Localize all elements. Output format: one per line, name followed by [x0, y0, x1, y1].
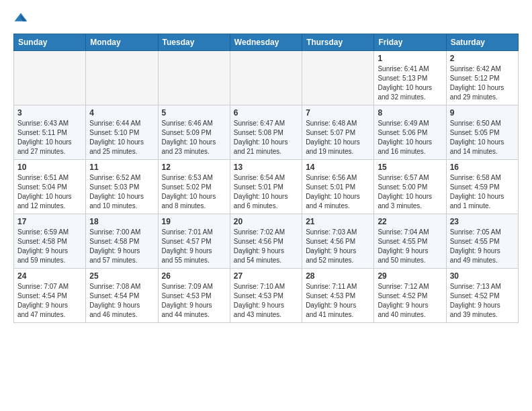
day-number: 25	[89, 271, 154, 281]
day-info: Sunrise: 7:10 AMSunset: 4:53 PMDaylight:…	[234, 282, 298, 320]
calendar-day-header: Thursday	[302, 34, 374, 51]
day-info: Sunrise: 6:59 AMSunset: 4:58 PMDaylight:…	[17, 228, 82, 265]
calendar-cell	[86, 51, 158, 105]
day-info: Sunrise: 6:43 AMSunset: 5:11 PMDaylight:…	[17, 119, 82, 156]
calendar-cell: 13Sunrise: 6:54 AMSunset: 5:01 PMDayligh…	[230, 160, 302, 214]
calendar-cell: 14Sunrise: 6:56 AMSunset: 5:01 PMDayligh…	[302, 160, 374, 214]
calendar-cell: 15Sunrise: 6:57 AMSunset: 5:00 PMDayligh…	[374, 160, 446, 214]
day-info: Sunrise: 6:58 AMSunset: 4:59 PMDaylight:…	[450, 173, 515, 211]
calendar-cell	[230, 51, 302, 105]
day-number: 21	[306, 217, 370, 226]
day-number: 29	[378, 271, 442, 281]
calendar-cell: 1Sunrise: 6:41 AMSunset: 5:13 PMDaylight…	[374, 51, 446, 105]
day-info: Sunrise: 6:48 AMSunset: 5:07 PMDaylight:…	[306, 119, 370, 156]
calendar-cell	[14, 51, 86, 105]
day-info: Sunrise: 6:57 AMSunset: 5:00 PMDaylight:…	[378, 173, 442, 211]
calendar-day-header: Saturday	[446, 34, 518, 51]
calendar-table: SundayMondayTuesdayWednesdayThursdayFrid…	[13, 34, 519, 323]
calendar-cell: 2Sunrise: 6:42 AMSunset: 5:12 PMDaylight…	[446, 51, 518, 105]
calendar-cell: 5Sunrise: 6:46 AMSunset: 5:09 PMDaylight…	[158, 105, 230, 160]
day-number: 22	[378, 217, 442, 226]
day-info: Sunrise: 6:49 AMSunset: 5:06 PMDaylight:…	[378, 119, 442, 156]
day-number: 18	[89, 217, 154, 226]
day-number: 23	[450, 217, 515, 226]
calendar-cell	[158, 51, 230, 105]
calendar-cell: 29Sunrise: 7:12 AMSunset: 4:52 PMDayligh…	[374, 269, 446, 323]
calendar-day-header: Wednesday	[230, 34, 302, 51]
logo	[13, 11, 30, 26]
day-number: 12	[162, 163, 226, 172]
day-number: 5	[162, 108, 226, 118]
calendar-week-row: 3Sunrise: 6:43 AMSunset: 5:11 PMDaylight…	[14, 105, 519, 160]
calendar-cell: 17Sunrise: 6:59 AMSunset: 4:58 PMDayligh…	[14, 214, 86, 269]
calendar-cell: 6Sunrise: 6:47 AMSunset: 5:08 PMDaylight…	[230, 105, 302, 160]
day-number: 11	[89, 163, 154, 172]
calendar-cell: 25Sunrise: 7:08 AMSunset: 4:54 PMDayligh…	[86, 269, 158, 323]
calendar-cell: 20Sunrise: 7:02 AMSunset: 4:56 PMDayligh…	[230, 214, 302, 269]
day-number: 15	[378, 163, 442, 172]
day-number: 17	[17, 217, 82, 226]
day-info: Sunrise: 6:54 AMSunset: 5:01 PMDaylight:…	[234, 173, 298, 211]
calendar-day-header: Monday	[86, 34, 158, 51]
day-info: Sunrise: 7:01 AMSunset: 4:57 PMDaylight:…	[162, 228, 226, 265]
calendar-day-header: Sunday	[14, 34, 86, 51]
logo-icon	[13, 11, 28, 26]
day-number: 19	[162, 217, 226, 226]
calendar-day-header: Tuesday	[158, 34, 230, 51]
calendar-cell: 30Sunrise: 7:13 AMSunset: 4:52 PMDayligh…	[446, 269, 518, 323]
calendar-cell: 9Sunrise: 6:50 AMSunset: 5:05 PMDaylight…	[446, 105, 518, 160]
calendar-cell: 12Sunrise: 6:53 AMSunset: 5:02 PMDayligh…	[158, 160, 230, 214]
calendar-day-header: Friday	[374, 34, 446, 51]
calendar-cell: 4Sunrise: 6:44 AMSunset: 5:10 PMDaylight…	[86, 105, 158, 160]
day-info: Sunrise: 7:02 AMSunset: 4:56 PMDaylight:…	[234, 228, 298, 265]
day-info: Sunrise: 7:09 AMSunset: 4:53 PMDaylight:…	[162, 282, 226, 320]
day-info: Sunrise: 6:50 AMSunset: 5:05 PMDaylight:…	[450, 119, 515, 156]
day-info: Sunrise: 7:08 AMSunset: 4:54 PMDaylight:…	[89, 282, 154, 320]
day-number: 8	[378, 108, 442, 118]
day-info: Sunrise: 7:00 AMSunset: 4:58 PMDaylight:…	[89, 228, 154, 265]
calendar-cell: 16Sunrise: 6:58 AMSunset: 4:59 PMDayligh…	[446, 160, 518, 214]
calendar-cell: 22Sunrise: 7:04 AMSunset: 4:55 PMDayligh…	[374, 214, 446, 269]
calendar-cell: 24Sunrise: 7:07 AMSunset: 4:54 PMDayligh…	[14, 269, 86, 323]
calendar-week-row: 24Sunrise: 7:07 AMSunset: 4:54 PMDayligh…	[14, 269, 519, 323]
calendar-week-row: 1Sunrise: 6:41 AMSunset: 5:13 PMDaylight…	[14, 51, 519, 105]
calendar-cell	[302, 51, 374, 105]
calendar-cell: 3Sunrise: 6:43 AMSunset: 5:11 PMDaylight…	[14, 105, 86, 160]
day-info: Sunrise: 7:13 AMSunset: 4:52 PMDaylight:…	[450, 282, 515, 320]
day-info: Sunrise: 7:11 AMSunset: 4:53 PMDaylight:…	[306, 282, 370, 320]
day-number: 20	[234, 217, 298, 226]
calendar-cell: 23Sunrise: 7:05 AMSunset: 4:55 PMDayligh…	[446, 214, 518, 269]
day-number: 14	[306, 163, 370, 172]
day-info: Sunrise: 6:52 AMSunset: 5:03 PMDaylight:…	[89, 173, 154, 211]
calendar-cell: 26Sunrise: 7:09 AMSunset: 4:53 PMDayligh…	[158, 269, 230, 323]
day-info: Sunrise: 6:51 AMSunset: 5:04 PMDaylight:…	[17, 173, 82, 211]
day-info: Sunrise: 7:04 AMSunset: 4:55 PMDaylight:…	[378, 228, 442, 265]
calendar-cell: 27Sunrise: 7:10 AMSunset: 4:53 PMDayligh…	[230, 269, 302, 323]
calendar-cell: 19Sunrise: 7:01 AMSunset: 4:57 PMDayligh…	[158, 214, 230, 269]
calendar-week-row: 10Sunrise: 6:51 AMSunset: 5:04 PMDayligh…	[14, 160, 519, 214]
day-number: 16	[450, 163, 515, 172]
day-info: Sunrise: 7:03 AMSunset: 4:56 PMDaylight:…	[306, 228, 370, 265]
calendar-cell: 8Sunrise: 6:49 AMSunset: 5:06 PMDaylight…	[374, 105, 446, 160]
day-number: 27	[234, 271, 298, 281]
day-number: 30	[450, 271, 515, 281]
day-info: Sunrise: 6:47 AMSunset: 5:08 PMDaylight:…	[234, 119, 298, 156]
calendar-header-row: SundayMondayTuesdayWednesdayThursdayFrid…	[14, 34, 519, 51]
day-number: 10	[17, 163, 82, 172]
calendar-cell: 7Sunrise: 6:48 AMSunset: 5:07 PMDaylight…	[302, 105, 374, 160]
calendar-cell: 18Sunrise: 7:00 AMSunset: 4:58 PMDayligh…	[86, 214, 158, 269]
day-info: Sunrise: 7:05 AMSunset: 4:55 PMDaylight:…	[450, 228, 515, 265]
calendar-week-row: 17Sunrise: 6:59 AMSunset: 4:58 PMDayligh…	[14, 214, 519, 269]
day-info: Sunrise: 6:46 AMSunset: 5:09 PMDaylight:…	[162, 119, 226, 156]
day-number: 4	[89, 108, 154, 118]
day-info: Sunrise: 6:53 AMSunset: 5:02 PMDaylight:…	[162, 173, 226, 211]
day-number: 9	[450, 108, 515, 118]
day-info: Sunrise: 6:44 AMSunset: 5:10 PMDaylight:…	[89, 119, 154, 156]
day-info: Sunrise: 6:42 AMSunset: 5:12 PMDaylight:…	[450, 64, 515, 102]
calendar-cell: 10Sunrise: 6:51 AMSunset: 5:04 PMDayligh…	[14, 160, 86, 214]
calendar-cell: 21Sunrise: 7:03 AMSunset: 4:56 PMDayligh…	[302, 214, 374, 269]
calendar-cell: 11Sunrise: 6:52 AMSunset: 5:03 PMDayligh…	[86, 160, 158, 214]
day-number: 2	[450, 54, 515, 63]
calendar-cell: 28Sunrise: 7:11 AMSunset: 4:53 PMDayligh…	[302, 269, 374, 323]
day-info: Sunrise: 7:12 AMSunset: 4:52 PMDaylight:…	[378, 282, 442, 320]
